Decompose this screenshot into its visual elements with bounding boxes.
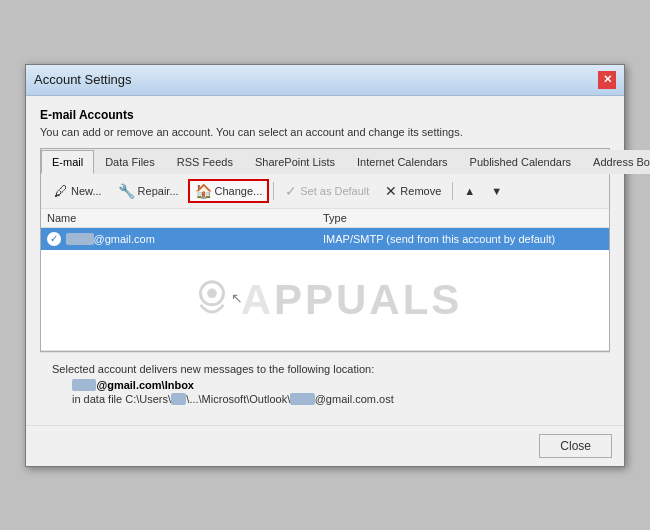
change-label: Change...: [215, 185, 263, 197]
dialog-title: Account Settings: [34, 72, 132, 87]
title-bar: Account Settings ✕: [26, 65, 624, 96]
watermark-area: A PPUALS ↖: [41, 250, 609, 350]
dialog-content: E-mail Accounts You can add or remove an…: [26, 96, 624, 425]
bottom-bar: Close: [26, 425, 624, 466]
header-section: E-mail Accounts You can add or remove an…: [40, 108, 610, 138]
path-user-blurred: [171, 393, 186, 405]
separator-2: [452, 182, 453, 200]
table-row[interactable]: ✓ @gmail.com IMAP/SMTP (send from this a…: [41, 228, 609, 250]
tab-data-files[interactable]: Data Files: [94, 150, 166, 174]
move-down-button[interactable]: ▼: [484, 181, 509, 201]
up-icon: ▲: [464, 185, 475, 197]
section-description: You can add or remove an account. You ca…: [40, 126, 610, 138]
tabs-container: E-mail Data Files RSS Feeds SharePoint L…: [40, 148, 610, 352]
email-blurred: [72, 379, 96, 391]
set-default-button[interactable]: ✓ Set as Default: [278, 179, 376, 203]
set-default-label: Set as Default: [300, 185, 369, 197]
tab-sharepoint-lists[interactable]: SharePoint Lists: [244, 150, 346, 174]
tab-address-books[interactable]: Address Books: [582, 150, 650, 174]
tab-bar: E-mail Data Files RSS Feeds SharePoint L…: [41, 149, 609, 174]
remove-button[interactable]: ✕ Remove: [378, 179, 448, 203]
footer-description: Selected account delivers new messages t…: [52, 363, 598, 375]
footer-section: Selected account delivers new messages t…: [40, 352, 610, 413]
footer-email: @gmail.com\Inbox: [72, 379, 598, 391]
watermark-text-2: PPUALS: [274, 276, 462, 324]
new-button[interactable]: 🖊 New...: [47, 179, 109, 203]
tab-rss-feeds[interactable]: RSS Feeds: [166, 150, 244, 174]
change-button[interactable]: 🏠 Change...: [188, 179, 270, 203]
change-icon: 🏠: [195, 183, 212, 199]
account-check-icon: ✓: [47, 232, 61, 246]
col-header-name: Name: [47, 212, 323, 224]
window-close-button[interactable]: ✕: [598, 71, 616, 89]
remove-label: Remove: [400, 185, 441, 197]
path-file-blurred: [290, 393, 314, 405]
new-icon: 🖊: [54, 183, 68, 199]
repair-label: Repair...: [138, 185, 179, 197]
watermark: A PPUALS: [188, 276, 463, 324]
move-up-button[interactable]: ▲: [457, 181, 482, 201]
account-name-blurred: [66, 233, 94, 245]
watermark-logo: [188, 276, 236, 324]
tab-email[interactable]: E-mail: [41, 150, 94, 174]
close-button[interactable]: Close: [539, 434, 612, 458]
list-header: Name Type: [41, 209, 609, 228]
accounts-list: Name Type ✓ @gmail.com IMAP/SMTP (send f…: [41, 209, 609, 351]
account-type: IMAP/SMTP (send from this account by def…: [323, 233, 603, 245]
footer-path: in data file C:\Users\ \...\Microsoft\Ou…: [72, 393, 598, 405]
section-title: E-mail Accounts: [40, 108, 610, 122]
repair-icon: 🔧: [118, 183, 135, 199]
tab-content: 🖊 New... 🔧 Repair... 🏠 Change... ✓ S: [41, 174, 609, 351]
repair-button[interactable]: 🔧 Repair...: [111, 179, 186, 203]
down-icon: ▼: [491, 185, 502, 197]
tab-published-calendars[interactable]: Published Calendars: [459, 150, 583, 174]
account-settings-dialog: Account Settings ✕ E-mail Accounts You c…: [25, 64, 625, 467]
separator-1: [273, 182, 274, 200]
col-header-type: Type: [323, 212, 603, 224]
account-name: @gmail.com: [66, 233, 323, 245]
watermark-text: A: [241, 276, 274, 324]
new-label: New...: [71, 185, 102, 197]
svg-point-1: [207, 288, 217, 298]
remove-icon: ✕: [385, 183, 397, 199]
check-icon: ✓: [285, 183, 297, 199]
cursor: ↖: [231, 290, 243, 306]
tab-internet-calendars[interactable]: Internet Calendars: [346, 150, 459, 174]
email-suffix: @gmail.com\Inbox: [96, 379, 194, 391]
account-toolbar: 🖊 New... 🔧 Repair... 🏠 Change... ✓ S: [41, 174, 609, 209]
